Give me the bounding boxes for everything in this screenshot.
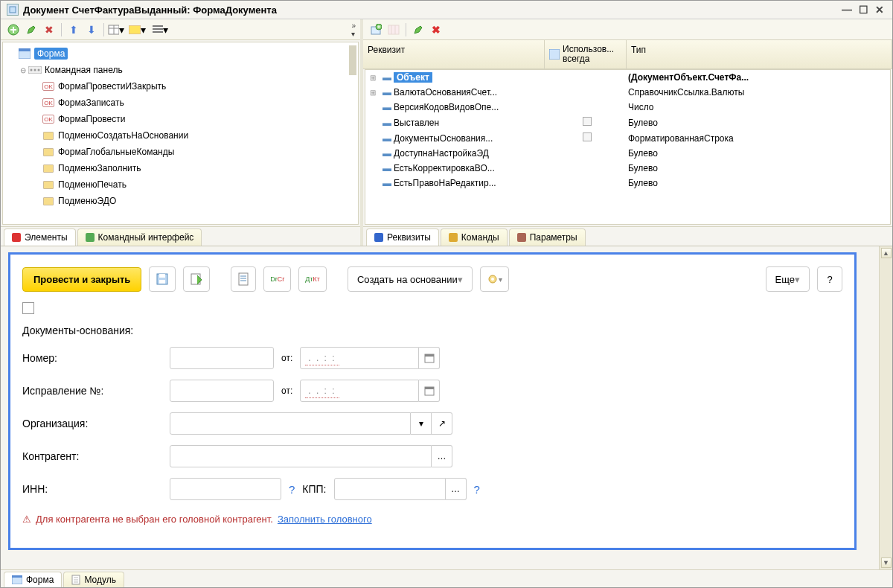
- svg-rect-16: [159, 280, 165, 284]
- form-icon: [18, 48, 31, 60]
- folder-icon: [43, 132, 54, 140]
- col-type[interactable]: Тип: [627, 40, 892, 68]
- more-button[interactable]: Еще ▾: [766, 266, 810, 292]
- from-label-2: от:: [281, 386, 292, 396]
- tab-parameters[interactable]: Параметры: [509, 229, 586, 246]
- tab-attributes[interactable]: Реквизиты: [366, 229, 439, 246]
- tree-item[interactable]: ПодменюЭДО: [6, 193, 355, 209]
- submit-and-close-button[interactable]: Провести и закрыть: [22, 267, 141, 292]
- tree-root-form[interactable]: Форма: [6, 45, 355, 62]
- add-attr-icon[interactable]: [368, 22, 384, 38]
- inn-input[interactable]: [170, 478, 281, 500]
- add-icon[interactable]: [5, 22, 22, 38]
- settings-dropdown-button[interactable]: ▾: [480, 266, 509, 292]
- tree-item[interactable]: OKФормаПровестиИЗакрыть: [6, 78, 355, 95]
- select-button[interactable]: …: [432, 445, 452, 467]
- tab-command-interface[interactable]: Командный интерфейс: [77, 229, 202, 246]
- tree-item[interactable]: OKФормаЗаписать: [6, 95, 355, 111]
- edit-attr-icon[interactable]: [410, 22, 426, 38]
- dr-cr-button[interactable]: DrCr: [263, 266, 291, 292]
- highlight-icon[interactable]: ▾: [126, 22, 148, 38]
- main-window: Документ СчетФактураВыданный: ФормаДокум…: [0, 0, 893, 588]
- post-button[interactable]: [183, 266, 210, 292]
- save-button[interactable]: [149, 266, 176, 292]
- attribute-row[interactable]: ▬ВерсияКодовВидовОпе...Число: [365, 100, 890, 115]
- svg-point-20: [491, 278, 494, 281]
- kpp-combo: …: [334, 478, 467, 500]
- scroll-down-icon[interactable]: ▼: [881, 557, 892, 568]
- tab-module[interactable]: Модуль: [63, 572, 124, 587]
- attribute-row[interactable]: ⊞▬Объект(ДокументОбъект.СчетФа...: [365, 70, 890, 85]
- delete-attr-icon[interactable]: ✖: [428, 22, 444, 38]
- fill-parent-link[interactable]: Заполнить головного: [278, 514, 372, 525]
- calendar-button[interactable]: [419, 347, 440, 369]
- tab-elements[interactable]: Элементы: [4, 229, 76, 246]
- expander-icon[interactable]: ⊞: [365, 89, 380, 97]
- attribute-row[interactable]: ⊞▬ВалютаОснованияСчет...СправочникСсылка…: [365, 85, 890, 100]
- report-button[interactable]: [231, 266, 256, 292]
- counterparty-input[interactable]: [170, 445, 432, 467]
- preview-scrollbar[interactable]: ▲ ▼: [879, 246, 892, 569]
- col-attribute[interactable]: Реквизит: [363, 40, 545, 68]
- toolbar-more-icon[interactable]: »▾: [351, 22, 356, 38]
- ok-icon: OK: [42, 98, 54, 107]
- columns-icon[interactable]: [385, 22, 402, 38]
- folder-icon: [43, 164, 54, 173]
- kpp-select-button[interactable]: …: [446, 478, 467, 500]
- attribute-row[interactable]: ▬ЕстьПравоНаРедактир...Булево: [365, 176, 890, 191]
- create-based-on-button[interactable]: Создать на основании ▾: [348, 266, 473, 292]
- list-icon[interactable]: ▾: [150, 22, 170, 38]
- move-down-icon[interactable]: ⬇: [83, 22, 100, 38]
- dash-icon: ▬: [380, 133, 394, 144]
- expander-icon[interactable]: ⊞: [365, 74, 380, 82]
- expander-icon[interactable]: ⊖: [18, 66, 28, 74]
- organization-input[interactable]: [170, 412, 411, 435]
- move-up-icon[interactable]: ⬆: [65, 22, 82, 38]
- tree-command-panel[interactable]: ⊖ Командная панель: [6, 62, 355, 78]
- kpp-input[interactable]: [334, 478, 446, 500]
- scroll-up-icon[interactable]: ▲: [881, 248, 892, 258]
- gear-icon: [487, 273, 499, 285]
- attr-name: ВалютаОснованияСчет...: [394, 87, 546, 98]
- tree-item[interactable]: OKФормаПровести: [6, 111, 355, 127]
- tree-item[interactable]: ФормаГлобальныеКоманды: [6, 144, 355, 160]
- tree-label: ПодменюЭДО: [58, 196, 116, 206]
- tab-form[interactable]: Форма: [4, 572, 62, 587]
- tree-item[interactable]: ПодменюПечать: [6, 176, 355, 193]
- posted-checkbox[interactable]: [22, 302, 34, 314]
- attribute-row[interactable]: ▬ЕстьКорректировкаВО...Булево: [365, 161, 890, 176]
- attribute-row[interactable]: ▬ДокументыОснования...ФорматированнаяСтр…: [365, 130, 890, 146]
- dt-kt-button[interactable]: ДтКт: [298, 266, 327, 292]
- tree-label: ФормаГлобальныеКоманды: [58, 147, 174, 157]
- attribute-row[interactable]: ▬ДоступнаНастройкаЭДБулево: [365, 146, 890, 161]
- dash-icon: ▬: [380, 102, 394, 112]
- maximize-button[interactable]: ☐: [857, 4, 870, 16]
- elements-tree[interactable]: Форма ⊖ Командная панель OKФормаПровести…: [2, 42, 359, 225]
- dropdown-button[interactable]: ▾: [411, 412, 432, 435]
- form-icon: [12, 575, 22, 584]
- inn-help-link[interactable]: ?: [289, 483, 295, 496]
- edit-icon[interactable]: [23, 22, 39, 38]
- svg-rect-3: [129, 25, 141, 34]
- attribute-row[interactable]: ▬ВыставленБулево: [365, 115, 890, 130]
- calendar-button-2[interactable]: [419, 380, 440, 402]
- attr-use-always[interactable]: [546, 117, 628, 128]
- minimize-button[interactable]: —: [840, 4, 854, 16]
- delete-icon[interactable]: ✖: [41, 22, 57, 38]
- tree-item[interactable]: ПодменюСоздатьНаОсновании: [6, 127, 355, 144]
- tab-commands[interactable]: Команды: [441, 229, 508, 246]
- tree-item[interactable]: ПодменюЗаполнить: [6, 160, 355, 176]
- help-button[interactable]: ?: [817, 266, 842, 292]
- close-button[interactable]: ✕: [873, 4, 886, 16]
- table-icon[interactable]: ▾: [108, 22, 124, 38]
- report-icon: [237, 272, 249, 286]
- number-input[interactable]: [170, 347, 274, 369]
- attr-type: Булево: [628, 118, 890, 128]
- kpp-help-link[interactable]: ?: [474, 483, 480, 496]
- attr-use-always[interactable]: [546, 132, 628, 144]
- right-toolbar: ✖: [363, 19, 892, 40]
- col-always-use[interactable]: Использов... всегда: [545, 40, 627, 68]
- correction-input[interactable]: [170, 380, 274, 402]
- attributes-grid[interactable]: ⊞▬Объект(ДокументОбъект.СчетФа...⊞▬Валют…: [365, 69, 891, 225]
- open-button[interactable]: ↗: [432, 412, 452, 435]
